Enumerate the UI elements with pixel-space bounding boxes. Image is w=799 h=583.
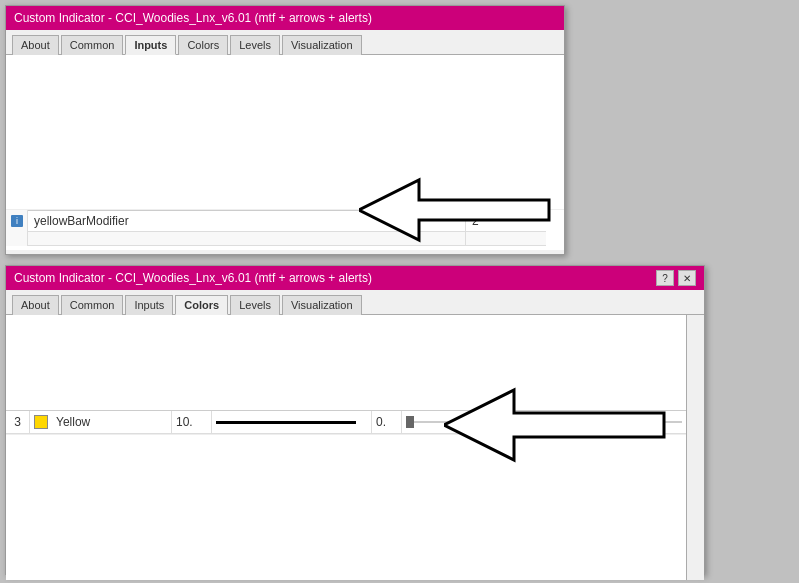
row-icon: i (6, 210, 28, 232)
window2-title: Custom Indicator - CCI_Woodies_Lnx_v6.01… (14, 271, 656, 285)
tab-inputs-2[interactable]: Inputs (125, 295, 173, 315)
window2-scrollbar[interactable] (686, 315, 704, 580)
color-row-3: 3 Yellow 10. 0. (6, 410, 686, 434)
tab-levels-2[interactable]: Levels (230, 295, 280, 315)
input-row-yellow-bar: i yellowBarModifier 2 (6, 210, 546, 232)
slider-track[interactable] (406, 421, 682, 423)
tab-levels-1[interactable]: Levels (230, 35, 280, 55)
tab-colors-1[interactable]: Colors (178, 35, 228, 55)
svg-text:i: i (16, 216, 18, 226)
window2: Custom Indicator - CCI_Woodies_Lnx_v6.01… (5, 265, 705, 575)
row-value[interactable]: 2 (466, 211, 546, 231)
tab-common-1[interactable]: Common (61, 35, 124, 55)
color-row-line (212, 411, 372, 433)
tab-visualization-2[interactable]: Visualization (282, 295, 362, 315)
window2-tab-bar: About Common Inputs Colors Levels Visual… (6, 290, 704, 315)
slider-thumb[interactable] (406, 416, 414, 428)
tab-colors-2[interactable]: Colors (175, 295, 228, 315)
color-row-slider[interactable] (402, 411, 686, 433)
tab-common-2[interactable]: Common (61, 295, 124, 315)
close-button[interactable]: ✕ (678, 270, 696, 286)
tab-visualization-1[interactable]: Visualization (282, 35, 362, 55)
window1: Custom Indicator - CCI_Woodies_Lnx_v6.01… (5, 5, 565, 255)
window2-content: 3 Yellow 10. 0. (6, 315, 704, 580)
thick-line (216, 421, 356, 424)
color-swatch-yellow[interactable] (34, 415, 48, 429)
row-label: yellowBarModifier (28, 211, 466, 231)
color-row-number: 3 (6, 411, 30, 433)
color-row-thickness: 10. (172, 411, 212, 433)
window1-content: i yellowBarModifier 2 (6, 55, 564, 250)
window2-titlebar: Custom Indicator - CCI_Woodies_Lnx_v6.01… (6, 266, 704, 290)
tab-about-2[interactable]: About (12, 295, 59, 315)
row-partial (6, 232, 546, 246)
tab-inputs-1[interactable]: Inputs (125, 35, 176, 55)
color-row-opacity: 0. (372, 411, 402, 433)
help-button[interactable]: ? (656, 270, 674, 286)
color-row-label: Yellow (52, 411, 172, 433)
window1-title: Custom Indicator - CCI_Woodies_Lnx_v6.01… (14, 11, 556, 25)
window2-controls: ? ✕ (656, 270, 696, 286)
window1-titlebar: Custom Indicator - CCI_Woodies_Lnx_v6.01… (6, 6, 564, 30)
tab-about-1[interactable]: About (12, 35, 59, 55)
window1-tab-bar: About Common Inputs Colors Levels Visual… (6, 30, 564, 55)
